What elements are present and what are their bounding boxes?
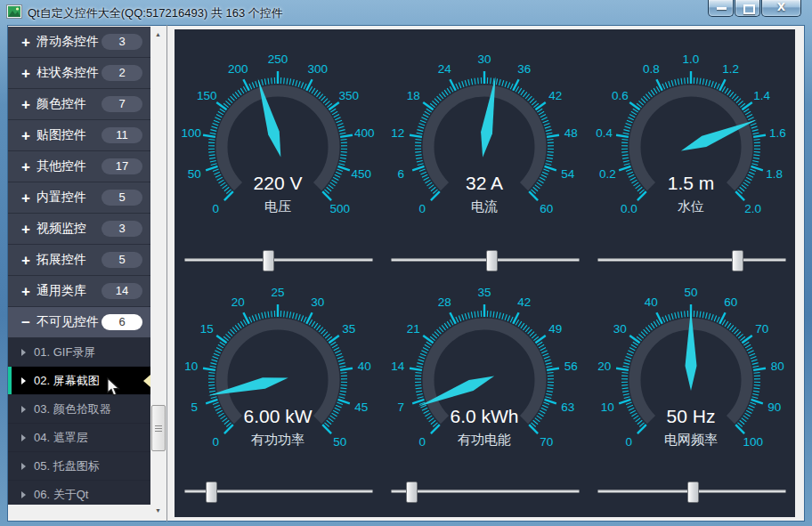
minor-tick — [330, 416, 336, 419]
minor-tick — [750, 402, 756, 404]
title-bar[interactable]: Qt自定义控件大全(QQ:517216493) 共 163 个控件 X — [0, 0, 812, 25]
minor-tick — [546, 393, 552, 395]
sidebar-category-6[interactable]: +内置控件5 — [8, 182, 150, 214]
chevron-right-icon — [21, 349, 26, 356]
maximize-button[interactable] — [735, 0, 760, 17]
minor-tick — [641, 332, 646, 336]
minor-tick — [338, 397, 345, 399]
minor-tick — [748, 117, 753, 120]
major-tick — [431, 191, 440, 200]
major-tick — [616, 368, 629, 370]
sidebar-category-5[interactable]: +其他控件17 — [8, 151, 150, 182]
sidebar-item-4[interactable]: 04. 遮罩层 — [8, 424, 150, 452]
minor-tick — [535, 418, 540, 422]
scale-label: 0 — [626, 435, 633, 449]
scale-label: 30 — [477, 53, 491, 66]
slider-电网频率[interactable] — [597, 478, 786, 505]
category-count-badge: 6 — [102, 314, 142, 330]
sidebar-category-1[interactable]: +滑动条控件3 — [8, 27, 150, 58]
minor-tick — [530, 332, 534, 336]
minor-tick — [417, 130, 423, 132]
minor-tick — [417, 393, 423, 395]
minor-tick — [502, 80, 504, 86]
scrollbar-thumb[interactable] — [151, 405, 166, 451]
minimize-button[interactable] — [708, 0, 734, 17]
minor-tick — [235, 325, 239, 330]
sidebar-item-1[interactable]: 01. GIF录屏 — [8, 338, 150, 367]
minor-tick — [669, 81, 670, 87]
category-label: 内置控件 — [37, 190, 102, 206]
minor-tick — [293, 79, 295, 85]
major-tick — [329, 102, 338, 109]
sidebar-item-3[interactable]: 03. 颜色拾取器 — [8, 395, 150, 424]
splitter[interactable] — [166, 25, 167, 522]
minor-tick — [218, 413, 223, 417]
minor-tick — [468, 312, 470, 319]
minor-tick — [702, 78, 703, 85]
slider-thumb[interactable] — [732, 250, 743, 271]
minor-tick — [217, 177, 223, 180]
minor-tick — [210, 363, 216, 365]
sidebar-category-2[interactable]: +柱状条控件2 — [8, 58, 150, 89]
scale-label: 300 — [307, 62, 328, 76]
slider-thumb[interactable] — [263, 250, 274, 271]
slider-thumb[interactable] — [406, 481, 418, 503]
slider-track[interactable] — [184, 258, 373, 262]
scroll-down-icon[interactable]: ▼ — [150, 503, 166, 518]
expand-icon: + — [8, 97, 37, 112]
minor-tick — [421, 351, 426, 353]
scale-label: 0.6 — [612, 89, 629, 102]
slider-track[interactable] — [391, 490, 580, 493]
sidebar-category-7[interactable]: +视频监控3 — [8, 214, 150, 245]
minor-tick — [425, 344, 430, 348]
slider-thumb[interactable] — [687, 481, 699, 503]
slider-电压[interactable] — [184, 247, 373, 273]
sidebar-item-6[interactable]: 06. 关于Qt — [8, 481, 150, 505]
minor-tick — [249, 317, 252, 322]
slider-thumb[interactable] — [206, 481, 217, 503]
slider-track[interactable] — [597, 258, 786, 262]
sidebar-category-4[interactable]: +贴图控件11 — [8, 120, 150, 151]
slider-有功电能[interactable] — [391, 478, 580, 505]
client-area: +滑动条控件3+柱状条控件2+颜色控件7+贴图控件11+其他控件17+内置控件5… — [7, 25, 805, 522]
sidebar-category-3[interactable]: +颜色控件7 — [8, 89, 150, 120]
minor-tick — [214, 405, 219, 408]
sidebar-item-5[interactable]: 05. 托盘图标 — [8, 452, 150, 481]
slider-电流[interactable] — [391, 247, 580, 273]
slider-有功功率[interactable] — [184, 478, 373, 505]
scale-label: 42 — [548, 89, 562, 102]
sidebar-category-10[interactable]: −不可见控件6 — [8, 307, 150, 338]
minor-tick — [735, 329, 739, 334]
minor-tick — [415, 372, 421, 373]
chevron-right-icon — [21, 377, 26, 384]
category-label: 贴图控件 — [37, 127, 102, 143]
scale-label: 1.6 — [769, 126, 786, 140]
scroll-up-icon[interactable]: ▲ — [150, 27, 166, 42]
category-count-badge: 11 — [102, 127, 142, 143]
minor-tick — [327, 420, 331, 424]
minor-tick — [240, 88, 244, 93]
minor-tick — [335, 351, 340, 353]
close-button[interactable]: X — [761, 0, 801, 17]
minor-tick — [423, 348, 428, 351]
minor-tick — [444, 90, 448, 95]
minor-tick — [262, 79, 264, 85]
gauge-svg: 0612182430364248546032 A电流 — [382, 33, 589, 249]
slider-thumb[interactable] — [486, 250, 498, 271]
minor-tick — [510, 317, 513, 322]
minor-tick — [417, 133, 423, 134]
slider-水位[interactable] — [597, 247, 786, 273]
minor-tick — [631, 413, 637, 417]
sidebar-scrollbar[interactable]: ▲ ▼ — [150, 27, 166, 518]
gauge-name: 有功功率 — [251, 432, 304, 447]
scale-label: 42 — [517, 295, 531, 309]
minor-tick — [753, 133, 759, 134]
sidebar-category-9[interactable]: +通用类库14 — [8, 276, 150, 307]
minor-tick — [335, 408, 340, 410]
slider-track[interactable] — [391, 258, 580, 262]
gauge-value: 6.0 kWh — [450, 406, 518, 426]
sidebar-item-2[interactable]: 02. 屏幕截图 — [8, 367, 150, 395]
sidebar-category-8[interactable]: +拓展控件5 — [8, 245, 150, 276]
chevron-right-icon — [21, 491, 26, 498]
major-tick — [322, 425, 331, 433]
